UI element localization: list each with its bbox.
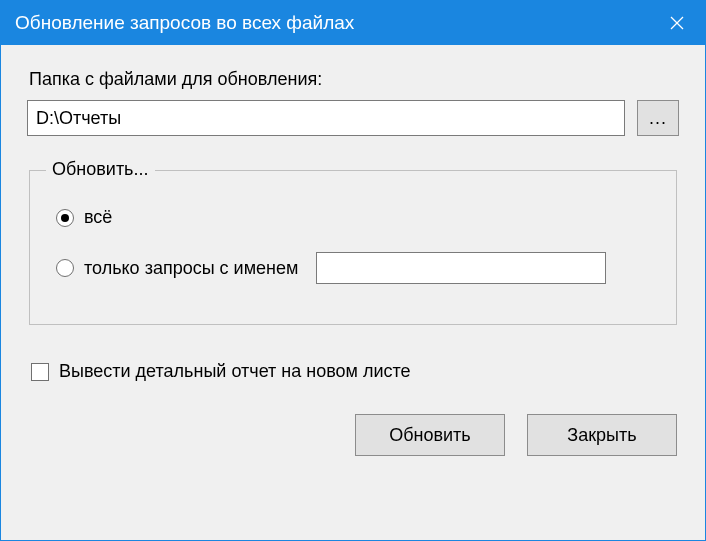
groupbox-legend: Обновить... [46, 159, 155, 180]
radio-row-all: всё [56, 207, 650, 228]
folder-row: ... [27, 100, 679, 136]
query-name-input[interactable] [316, 252, 606, 284]
dialog-window: Обновление запросов во всех файлах Папка… [0, 0, 706, 541]
client-area: Папка с файлами для обновления: ... Обно… [1, 45, 705, 540]
radio-all-label: всё [84, 207, 112, 228]
update-groupbox: Обновить... всё только запросы с именем [29, 170, 677, 325]
radio-row-named: только запросы с именем [56, 252, 650, 284]
close-button[interactable]: Закрыть [527, 414, 677, 456]
radio-all[interactable] [56, 209, 74, 227]
radio-named-label: только запросы с именем [84, 258, 298, 279]
report-checkbox-label: Вывести детальный отчет на новом листе [59, 361, 411, 382]
close-icon[interactable] [649, 1, 705, 45]
folder-path-input[interactable] [27, 100, 625, 136]
report-checkbox[interactable] [31, 363, 49, 381]
radio-named[interactable] [56, 259, 74, 277]
update-button[interactable]: Обновить [355, 414, 505, 456]
radio-dot-icon [61, 214, 69, 222]
titlebar: Обновление запросов во всех файлах [1, 1, 705, 45]
browse-button[interactable]: ... [637, 100, 679, 136]
window-title: Обновление запросов во всех файлах [15, 12, 649, 34]
folder-label: Папка с файлами для обновления: [29, 69, 679, 90]
button-row: Обновить Закрыть [27, 414, 679, 456]
report-check-row: Вывести детальный отчет на новом листе [31, 361, 679, 382]
